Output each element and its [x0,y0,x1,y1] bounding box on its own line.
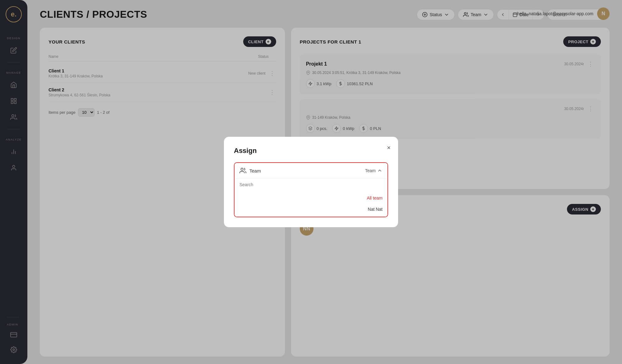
team-dropdown[interactable]: Team Team All team Nat Nat [234,162,388,217]
dropdown-option-all-team[interactable]: All team [234,192,388,204]
dropdown-search-area [234,178,388,191]
dropdown-option-nat-nat[interactable]: Nat Nat [234,204,388,215]
dropdown-toggle-label: Team [365,168,376,173]
dropdown-left: Team [239,167,261,174]
dropdown-search-input[interactable] [239,182,383,187]
assign-modal: Assign × Team Team All team Nat Nat [224,137,398,227]
dropdown-toggle[interactable]: Team [365,168,383,173]
team-dropdown-icon [239,167,246,174]
modal-close-button[interactable]: × [387,144,391,151]
chevron-up-icon [377,168,383,173]
dropdown-top: Team Team [234,163,388,178]
dropdown-label: Team [249,168,261,173]
svg-point-25 [241,168,243,170]
dropdown-options: All team Nat Nat [234,191,388,217]
modal-overlay[interactable]: Assign × Team Team All team Nat Nat [0,0,622,364]
modal-title: Assign [234,147,388,155]
